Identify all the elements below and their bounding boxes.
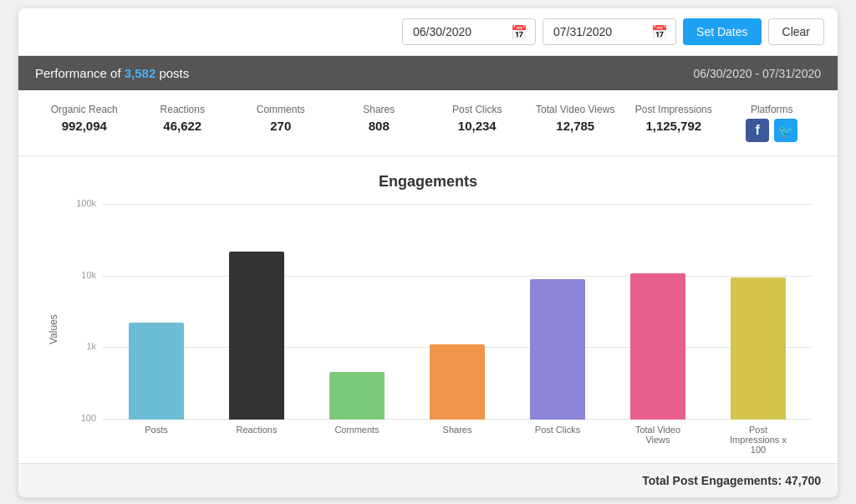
bars-group: [102, 204, 813, 420]
metric-item: Comments 270: [232, 104, 330, 142]
metric-item: Total Video Views 12,785: [527, 104, 625, 142]
metric-value: 270: [232, 119, 330, 133]
metric-value: 808: [330, 119, 429, 133]
toolbar: 📅 📅 Set Dates Clear: [18, 8, 838, 56]
chart-bar: [329, 372, 385, 420]
grid-label: 1k: [56, 341, 96, 351]
y-axis-label: Values: [43, 204, 60, 455]
metric-item: Reactions 46,622: [134, 104, 232, 142]
metric-item: Shares 808: [330, 104, 429, 142]
date-range-display: 06/30/2020 - 07/31/2020: [693, 67, 821, 80]
platforms-icons: f 🐦: [723, 119, 822, 142]
end-date-input[interactable]: [543, 18, 676, 45]
metric-value: 992,094: [35, 119, 134, 133]
metric-item: Organic Reach 992,094: [35, 104, 134, 142]
metric-item: Platforms f 🐦: [723, 104, 822, 142]
x-axis-label: Shares: [411, 425, 503, 455]
end-date-wrap: 📅: [543, 18, 676, 45]
metric-label: Comments: [232, 104, 330, 115]
x-axis-label: Post Clicks: [512, 425, 604, 455]
footer-bar: Total Post Engagements: 47,700: [18, 463, 838, 497]
twitter-icon: 🐦: [774, 119, 797, 142]
header-bar: Performance of 3,582 posts 06/30/2020 - …: [18, 56, 838, 90]
chart-bar: [731, 277, 786, 420]
metric-label: Post Clicks: [428, 104, 527, 115]
bar-wrap: [110, 204, 202, 420]
grid-label: 100: [56, 413, 96, 423]
perf-prefix: Performance of: [35, 66, 125, 80]
chart-bar: [129, 323, 184, 420]
x-labels: PostsReactionsCommentsSharesPost ClicksT…: [102, 420, 813, 455]
metric-label: Reactions: [134, 104, 232, 115]
chart-section: Engagements Values 100k10k1k100 PostsRea…: [18, 156, 838, 463]
metric-label: Post Impressions: [624, 104, 723, 115]
bar-wrap: [211, 204, 303, 420]
post-count: 3,582: [125, 66, 156, 80]
bar-wrap: [512, 204, 604, 420]
performance-text: Performance of 3,582 posts: [35, 66, 189, 80]
metric-item: Post Clicks 10,234: [428, 104, 527, 142]
chart-plot: 100k10k1k100: [60, 204, 813, 420]
metric-value: 12,785: [527, 119, 625, 133]
x-axis-label: Post Impressions x 100: [712, 425, 804, 455]
chart-bar: [630, 273, 685, 420]
metric-value: 1,125,792: [624, 119, 723, 133]
bar-wrap: [411, 204, 503, 420]
bar-wrap: [311, 204, 403, 420]
x-axis-label: Total Video Views: [612, 425, 704, 455]
main-container: 📅 📅 Set Dates Clear Performance of 3,582…: [18, 8, 838, 497]
metric-label: Organic Reach: [35, 104, 134, 115]
clear-button[interactable]: Clear: [768, 18, 824, 45]
total-engagements: Total Post Engagements: 47,700: [642, 474, 821, 487]
x-axis-label: Comments: [311, 425, 403, 455]
chart-bar: [229, 252, 284, 420]
metrics-row: Organic Reach 992,094Reactions 46,622Com…: [18, 90, 838, 156]
metric-value: 46,622: [134, 119, 232, 133]
metric-value: 10,234: [428, 119, 527, 133]
metric-label: Platforms: [723, 104, 822, 115]
x-axis-label: Reactions: [211, 425, 303, 455]
grid-label: 100k: [56, 198, 96, 208]
facebook-icon: f: [746, 119, 769, 142]
chart-area: Values 100k10k1k100 PostsReactionsCommen…: [43, 204, 813, 455]
perf-suffix: posts: [155, 66, 189, 80]
start-date-input[interactable]: [402, 18, 536, 45]
set-dates-button[interactable]: Set Dates: [683, 18, 761, 45]
x-axis-label: Posts: [110, 425, 202, 455]
metric-label: Total Video Views: [527, 104, 625, 115]
grid-label: 10k: [56, 270, 96, 280]
bar-wrap: [712, 204, 804, 420]
chart-inner: 100k10k1k100 PostsReactionsCommentsShare…: [60, 204, 813, 455]
bar-wrap: [612, 204, 704, 420]
chart-title: Engagements: [43, 173, 813, 191]
chart-bar: [430, 344, 485, 420]
chart-bar: [530, 279, 585, 420]
metric-item: Post Impressions 1,125,792: [624, 104, 723, 142]
metric-label: Shares: [330, 104, 429, 115]
start-date-wrap: 📅: [402, 18, 536, 45]
